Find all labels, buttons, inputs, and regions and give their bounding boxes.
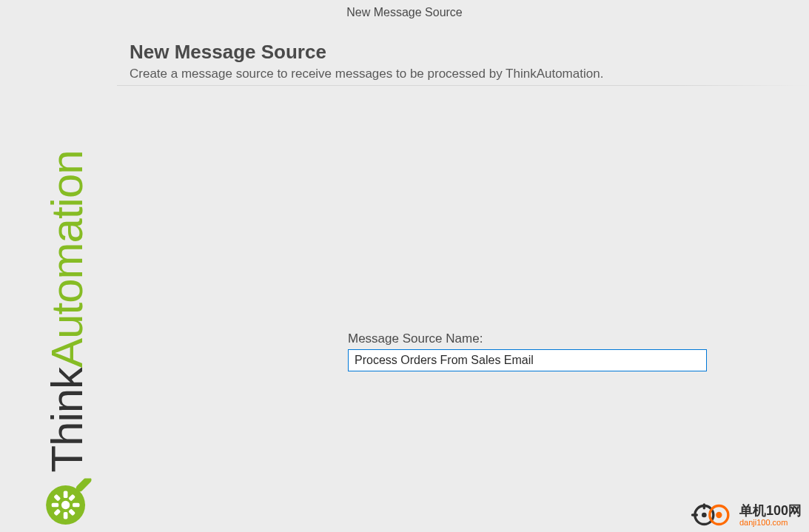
- svg-point-1: [61, 501, 69, 509]
- page-subtitle: Create a message source to receive messa…: [130, 67, 809, 81]
- watermark-line2: danji100.com: [739, 519, 802, 527]
- svg-rect-2: [51, 503, 58, 508]
- dialog-title: New Message Source: [0, 6, 809, 19]
- header-divider: [117, 85, 809, 86]
- header-block: New Message Source Create a message sour…: [130, 41, 809, 81]
- svg-point-12: [702, 513, 707, 518]
- svg-point-13: [716, 512, 722, 518]
- message-source-name-input[interactable]: [348, 349, 707, 371]
- brand-logo: ThinkAutomation: [22, 158, 111, 521]
- svg-rect-5: [63, 491, 67, 498]
- svg-rect-4: [63, 512, 67, 519]
- brand-word-2: Automation: [41, 150, 93, 368]
- brand-word-1: Think: [41, 368, 93, 473]
- watermark-line1: 单机100网: [739, 504, 802, 517]
- watermark-eye-icon: [691, 502, 735, 528]
- site-watermark: 单机100网 danji100.com: [691, 502, 802, 528]
- svg-rect-3: [73, 503, 79, 508]
- page-heading: New Message Source: [130, 41, 809, 64]
- gear-icon: [41, 479, 92, 529]
- message-source-name-label: Message Source Name:: [348, 331, 483, 346]
